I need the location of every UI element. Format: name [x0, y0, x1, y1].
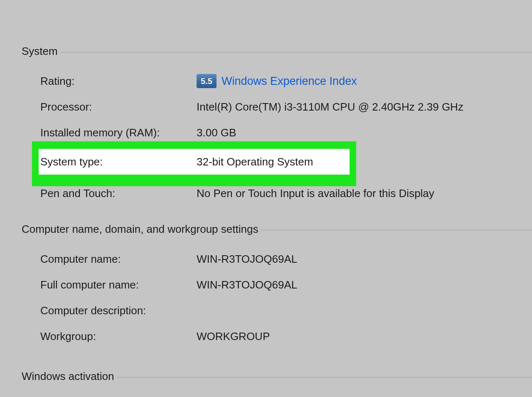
system-type-value: 32-bit Operating System [197, 155, 350, 168]
activation-section-header: Windows activation [22, 370, 532, 383]
wei-score-badge: 5.5 [197, 74, 217, 88]
full-computer-name-label: Full computer name: [40, 279, 197, 291]
rating-label: Rating: [40, 75, 197, 88]
ram-label: Installed memory (RAM): [40, 126, 197, 139]
system-section: System Rating: 5.5 Windows Experience In… [22, 45, 532, 200]
computer-name-label: Computer name: [40, 253, 197, 266]
divider-line [60, 52, 532, 52]
activation-status: Windows is activated [22, 393, 532, 397]
activation-section: Windows activation Windows is activated [22, 370, 532, 397]
computer-name-section: Computer name, domain, and workgroup set… [22, 223, 532, 349]
wei-link[interactable]: Windows Experience Index [222, 75, 357, 88]
full-computer-name-value: WIN-R3TOJOQ69AL [197, 279, 532, 291]
pen-touch-label: Pen and Touch: [40, 187, 197, 200]
divider-line [261, 230, 532, 230]
ram-value: 3.00 GB [197, 126, 532, 139]
processor-label: Processor: [40, 101, 197, 113]
computer-name-row: Computer name: WIN-R3TOJOQ69AL [22, 246, 532, 272]
rating-row: Rating: 5.5 Windows Experience Index [22, 68, 532, 94]
computer-description-row: Computer description: [22, 298, 532, 323]
divider-line [117, 377, 532, 377]
processor-value: Intel(R) Core(TM) i3-3110M CPU @ 2.40GHz… [197, 101, 532, 113]
computer-description-label: Computer description: [40, 304, 197, 317]
system-properties-panel: System Rating: 5.5 Windows Experience In… [0, 0, 532, 397]
processor-row: Processor: Intel(R) Core(TM) i3-3110M CP… [22, 94, 532, 120]
workgroup-row: Workgroup: WORKGROUP [22, 323, 532, 349]
system-type-highlight: System type: 32-bit Operating System [32, 149, 532, 175]
system-section-header: System [22, 45, 532, 58]
computer-section-header: Computer name, domain, and workgroup set… [22, 223, 532, 236]
system-section-title: System [22, 45, 60, 58]
workgroup-label: Workgroup: [40, 330, 197, 343]
activation-section-title: Windows activation [22, 370, 117, 383]
system-type-label: System type: [40, 155, 197, 168]
pen-touch-value: No Pen or Touch Input is available for t… [197, 187, 532, 200]
computer-section-title: Computer name, domain, and workgroup set… [22, 223, 261, 236]
rating-value: 5.5 Windows Experience Index [197, 74, 532, 88]
computer-name-value: WIN-R3TOJOQ69AL [197, 253, 532, 266]
full-computer-name-row: Full computer name: WIN-R3TOJOQ69AL [22, 272, 532, 298]
workgroup-value: WORKGROUP [197, 330, 532, 343]
highlight-white-inner: System type: 32-bit Operating System [39, 149, 350, 175]
